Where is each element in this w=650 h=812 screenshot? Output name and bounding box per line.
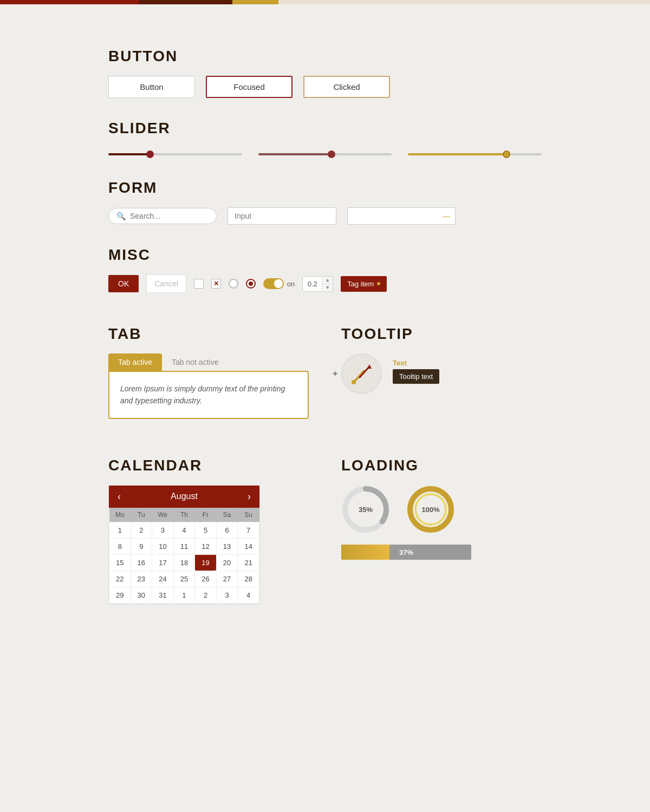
- calendar-day[interactable]: 18: [173, 554, 195, 571]
- calendar-day[interactable]: 4: [173, 522, 195, 538]
- calendar-day[interactable]: 7: [238, 522, 259, 538]
- calendar-grid: Mo Tu We Th Fr Sa Su 1234567891011121314…: [109, 508, 259, 604]
- slider-2[interactable]: [258, 153, 392, 155]
- calendar-day[interactable]: 24: [152, 571, 174, 587]
- tab-body-text: Lorem Ipsum is simply dummy text of the …: [120, 383, 297, 407]
- button-focused[interactable]: Focused: [206, 76, 292, 98]
- misc-section-title: MISC: [108, 246, 542, 264]
- calendar-month: August: [171, 492, 198, 501]
- slider-section-title: SLIDER: [108, 120, 542, 137]
- search-input[interactable]: [130, 212, 200, 220]
- tooltip-popup: Text Tooltip text: [393, 359, 439, 384]
- calendar-day[interactable]: 8: [109, 538, 131, 554]
- calendar-day[interactable]: 14: [238, 538, 259, 554]
- calendar-day[interactable]: 11: [173, 538, 195, 554]
- calendar-row: 2930311234: [109, 587, 259, 603]
- calendar-day[interactable]: 3: [152, 522, 174, 538]
- calendar-day[interactable]: 1: [109, 522, 131, 538]
- calendar-prev[interactable]: ‹: [118, 491, 121, 502]
- progress-bar-label: 37%: [399, 548, 413, 556]
- tab-container: Tab active Tab not active Lorem Ipsum is…: [108, 353, 309, 419]
- number-up[interactable]: ▲: [322, 277, 333, 284]
- text-input[interactable]: [227, 207, 336, 225]
- tooltip-section-title: TOOLTIP: [341, 325, 542, 343]
- calendar-day[interactable]: 19: [195, 554, 217, 571]
- calendar-day[interactable]: 25: [173, 571, 195, 587]
- button-normal[interactable]: Button: [108, 76, 195, 98]
- search-input-wrap: 🔍: [108, 208, 217, 224]
- loading-section-title: LOADING: [341, 457, 542, 474]
- toggle[interactable]: [263, 278, 284, 289]
- top-color-bar: [0, 0, 650, 4]
- calendar-day[interactable]: 22: [109, 571, 131, 587]
- number-value: 0.2: [303, 277, 322, 291]
- tag-dot: [377, 282, 380, 285]
- form-section: FORM 🔍: [108, 179, 542, 225]
- calendar-day[interactable]: 16: [131, 554, 152, 571]
- tab-section-title: TAB: [108, 325, 309, 343]
- form-section-title: FORM: [108, 179, 542, 197]
- calendar-day[interactable]: 5: [195, 522, 217, 538]
- slider-row: [108, 148, 542, 158]
- calendar-day[interactable]: 28: [238, 571, 259, 587]
- calendar-day[interactable]: 9: [131, 538, 152, 554]
- calendar-day[interactable]: 31: [152, 587, 174, 603]
- slider-2-wrap: [258, 148, 392, 158]
- calendar-row: 22232425262728: [109, 571, 259, 587]
- button-row: Button Focused Clicked: [108, 76, 542, 98]
- tab-active[interactable]: Tab active: [108, 353, 162, 371]
- cancel-button[interactable]: Cancel: [146, 274, 186, 293]
- calendar-day: 4: [238, 587, 259, 603]
- circle-2-label: 100%: [421, 505, 439, 513]
- number-down[interactable]: ▼: [322, 284, 333, 291]
- calendar-day[interactable]: 30: [131, 587, 152, 603]
- calendar-day[interactable]: 17: [152, 554, 174, 571]
- top-bar-seg-3: [232, 0, 279, 4]
- calendar-day[interactable]: 15: [109, 554, 131, 571]
- circle-1-label: 35%: [359, 505, 373, 513]
- calendar-body: 1234567891011121314151617181920212223242…: [109, 522, 259, 603]
- calendar-day[interactable]: 6: [216, 522, 238, 538]
- progress-circle-2: 100%: [406, 485, 455, 534]
- slider-1[interactable]: [108, 153, 242, 155]
- slider-1-wrap: [108, 148, 242, 158]
- ok-button[interactable]: OK: [108, 275, 139, 292]
- loading-circles: 35% 100%: [341, 485, 542, 534]
- calendar-next[interactable]: ›: [248, 491, 251, 502]
- tag-item-button[interactable]: Tag item: [341, 276, 387, 292]
- tooltip-section: TOOLTIP ✦: [341, 304, 542, 419]
- checkbox-empty[interactable]: [194, 279, 204, 289]
- calendar-day[interactable]: 12: [195, 538, 217, 554]
- calendar-day[interactable]: 23: [131, 571, 152, 587]
- calendar-day: 1: [173, 587, 195, 603]
- calendar-days-header: Mo Tu We Th Fr Sa Su: [109, 508, 259, 522]
- calendar-day[interactable]: 21: [238, 554, 259, 571]
- cal-th-sa: Sa: [216, 508, 238, 522]
- calendar-day[interactable]: 29: [109, 587, 131, 603]
- select-input[interactable]: [347, 207, 456, 225]
- tooltip-icon-area: ✦: [341, 353, 382, 394]
- radio-filled[interactable]: [246, 279, 256, 289]
- calendar-day[interactable]: 27: [216, 571, 238, 587]
- top-bar-seg-2: [139, 0, 232, 4]
- calendar-day[interactable]: 10: [152, 538, 174, 554]
- number-input-wrap: 0.2 ▲ ▼: [302, 276, 333, 292]
- radio-empty[interactable]: [229, 279, 238, 289]
- tag-item-label: Tag item: [347, 280, 374, 288]
- slider-3[interactable]: [408, 153, 542, 155]
- toggle-label: on: [287, 280, 295, 288]
- misc-section: MISC OK Cancel ✕ on 0.2 ▲ ▼ Tag item: [108, 246, 542, 293]
- checkbox-x[interactable]: ✕: [211, 279, 221, 289]
- calendar-day[interactable]: 13: [216, 538, 238, 554]
- svg-marker-3: [367, 364, 372, 369]
- calendar-day[interactable]: 2: [131, 522, 152, 538]
- calendar-day[interactable]: 20: [216, 554, 238, 571]
- button-clicked[interactable]: Clicked: [303, 76, 390, 98]
- calendar-section: CALENDAR ‹ August › Mo Tu We: [108, 435, 309, 604]
- top-bar-seg-4: [278, 0, 650, 4]
- calendar-day[interactable]: 26: [195, 571, 217, 587]
- tab-inactive[interactable]: Tab not active: [162, 353, 228, 371]
- cal-th-mo: Mo: [109, 508, 131, 522]
- tooltip-circle: [341, 353, 382, 394]
- cal-th-we: We: [152, 508, 174, 522]
